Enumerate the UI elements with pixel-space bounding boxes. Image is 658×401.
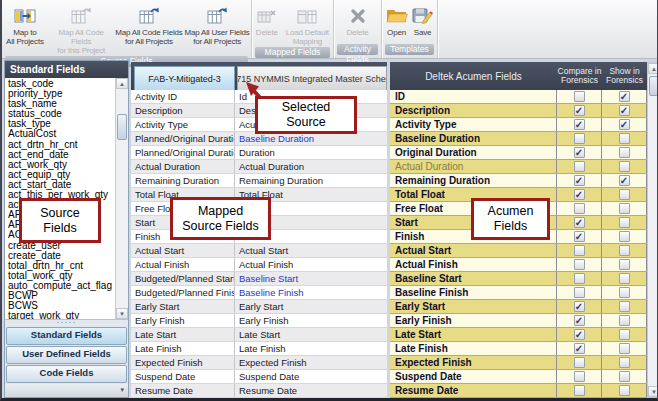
compare-checkbox[interactable] xyxy=(574,91,585,102)
compare-checkbox[interactable]: ✓ xyxy=(574,315,585,326)
ribbon-button-map-all-user-fields-for-all-projects[interactable]: Map All User Fields for All Projects xyxy=(183,2,251,55)
source-field-item[interactable]: auto_compute_act_flag xyxy=(5,281,115,291)
ribbon-button-save[interactable]: Save xyxy=(410,2,436,43)
ribbon-button-map-to-all-projects[interactable]: Map to All Projects xyxy=(2,2,48,55)
show-checkbox[interactable] xyxy=(619,385,630,396)
compare-checkbox[interactable] xyxy=(574,245,585,256)
source-field-item[interactable]: task_code xyxy=(5,79,115,89)
table-gray-icon xyxy=(70,3,92,28)
compare-checkbox[interactable] xyxy=(574,385,585,396)
mapped-field-cell[interactable]: Baseline Start xyxy=(235,272,387,285)
compare-checkbox[interactable]: ✓ xyxy=(574,343,585,354)
show-checkbox[interactable] xyxy=(619,133,630,144)
mapped-field-cell[interactable]: Actual Start xyxy=(235,244,387,257)
show-checkbox[interactable] xyxy=(619,147,630,158)
source-field-item[interactable]: create_date xyxy=(5,251,115,261)
scroll-down-icon[interactable]: ▼ xyxy=(648,386,658,397)
source-field-item[interactable]: act_start_date xyxy=(5,180,115,190)
compare-checkbox[interactable] xyxy=(574,273,585,284)
source-field-item[interactable]: BCWP xyxy=(5,291,115,301)
mapped-field-cell[interactable]: Early Finish xyxy=(235,314,387,327)
scroll-up-icon[interactable]: ▲ xyxy=(648,63,658,74)
show-checkbox[interactable] xyxy=(619,203,630,214)
compare-checkbox[interactable] xyxy=(574,133,585,144)
tab-source-other[interactable]: 040715 NYMMIS Integrated Master Schedule xyxy=(237,66,387,90)
show-checkbox[interactable] xyxy=(619,357,630,368)
compare-checkbox[interactable]: ✓ xyxy=(574,105,585,116)
show-checkbox[interactable]: ✓ xyxy=(619,119,630,130)
show-checkbox[interactable] xyxy=(619,245,630,256)
configure-buttons-icon[interactable]: ▾ xyxy=(120,386,124,394)
source-field-item[interactable]: status_code xyxy=(5,109,115,119)
show-checkbox[interactable]: ✓ xyxy=(619,175,630,186)
show-checkbox[interactable] xyxy=(619,343,630,354)
show-checkbox[interactable] xyxy=(619,161,630,172)
compare-checkbox[interactable]: ✓ xyxy=(574,231,585,242)
show-checkbox[interactable] xyxy=(619,329,630,340)
acumen-scrollbar[interactable]: ▲ ▼ xyxy=(647,62,658,398)
source-field-item[interactable]: target_work_qty xyxy=(5,311,115,319)
source-field-item[interactable]: total_drtn_hr_cnt xyxy=(5,261,115,271)
compare-checkbox[interactable] xyxy=(574,371,585,382)
mapped-field-cell[interactable]: Duration xyxy=(235,146,387,159)
tab-source-selected[interactable]: FAB-Y-Mitigated-3 xyxy=(134,66,235,90)
mapped-field-cell[interactable]: Actual Finish xyxy=(235,258,387,271)
mapped-field-cell[interactable]: Remaining Duration xyxy=(235,174,387,187)
compare-checkbox[interactable] xyxy=(574,287,585,298)
source-field-item[interactable]: BCWS xyxy=(5,301,115,311)
scroll-up-icon[interactable]: ▲ xyxy=(116,78,128,89)
mapped-field-cell[interactable]: Resume Date xyxy=(235,384,387,397)
sidebar-nav-standard-fields[interactable]: Standard Fields xyxy=(6,327,127,345)
sidebar-scrollbar[interactable]: ▲ ▼ xyxy=(115,78,128,319)
acumen-row: Early Finish✓ xyxy=(390,314,647,328)
compare-checkbox[interactable] xyxy=(574,259,585,270)
sidebar-nav-user-defined-fields[interactable]: User Defined Fields xyxy=(6,346,127,364)
show-checkbox[interactable] xyxy=(619,217,630,228)
mapped-field-cell[interactable]: Late Finish xyxy=(235,342,387,355)
mapped-field-cell[interactable]: Late Start xyxy=(235,328,387,341)
compare-checkbox[interactable]: ✓ xyxy=(574,175,585,186)
compare-checkbox[interactable]: ✓ xyxy=(574,119,585,130)
mapped-field-cell[interactable]: Baseline Finish xyxy=(235,286,387,299)
source-field-item[interactable]: ActualCost xyxy=(5,129,115,139)
compare-checkbox[interactable]: ✓ xyxy=(574,189,585,200)
acumen-field-name: Description xyxy=(390,104,557,117)
compare-checkbox[interactable] xyxy=(574,203,585,214)
sidebar-splitter[interactable]: ····· xyxy=(5,319,128,326)
show-checkbox[interactable]: ✓ xyxy=(619,91,630,102)
source-field-item[interactable]: act_drtn_hr_cnt xyxy=(5,140,115,150)
show-checkbox[interactable]: ✓ xyxy=(619,105,630,116)
ribbon-button-open[interactable]: Open xyxy=(384,2,410,43)
source-field-item[interactable]: total_work_qty xyxy=(5,271,115,281)
scrollbar-thumb[interactable] xyxy=(117,114,127,140)
sidebar-nav-code-fields[interactable]: Code Fields xyxy=(6,365,127,383)
ribbon-button-map-all-code-fields-for-all-projects[interactable]: Map All Code Fields for All Projects xyxy=(115,2,184,55)
source-field-item[interactable]: act_end_date xyxy=(5,150,115,160)
mapped-field-cell[interactable]: Actual Duration xyxy=(235,160,387,173)
compare-checkbox[interactable]: ✓ xyxy=(574,217,585,228)
source-field-item[interactable]: act_equip_qty xyxy=(5,170,115,180)
compare-checkbox[interactable]: ✓ xyxy=(574,147,585,158)
source-field-item[interactable]: act_work_qty xyxy=(5,160,115,170)
show-checkbox[interactable] xyxy=(619,315,630,326)
scroll-down-icon[interactable]: ▼ xyxy=(116,308,128,319)
mapped-field-cell[interactable]: Early Start xyxy=(235,300,387,313)
compare-checkbox[interactable] xyxy=(574,161,585,172)
show-checkbox[interactable] xyxy=(619,273,630,284)
acumen-row: Baseline Finish xyxy=(390,286,647,300)
source-field-item[interactable]: task_name xyxy=(5,99,115,109)
compare-checkbox[interactable]: ✓ xyxy=(574,329,585,340)
compare-checkbox[interactable]: ✓ xyxy=(574,301,585,312)
show-checkbox[interactable] xyxy=(619,301,630,312)
scrollbar-thumb[interactable] xyxy=(649,76,658,96)
show-checkbox[interactable] xyxy=(619,259,630,270)
source-field-item[interactable]: task_type xyxy=(5,119,115,129)
mapped-field-cell[interactable]: Expected Finish xyxy=(235,356,387,369)
show-checkbox[interactable] xyxy=(619,287,630,298)
show-checkbox[interactable] xyxy=(619,371,630,382)
compare-checkbox[interactable] xyxy=(574,357,585,368)
source-field-item[interactable]: priority_type xyxy=(5,89,115,99)
show-checkbox[interactable] xyxy=(619,231,630,242)
mapped-field-cell[interactable]: Suspend Date xyxy=(235,370,387,383)
show-checkbox[interactable] xyxy=(619,189,630,200)
